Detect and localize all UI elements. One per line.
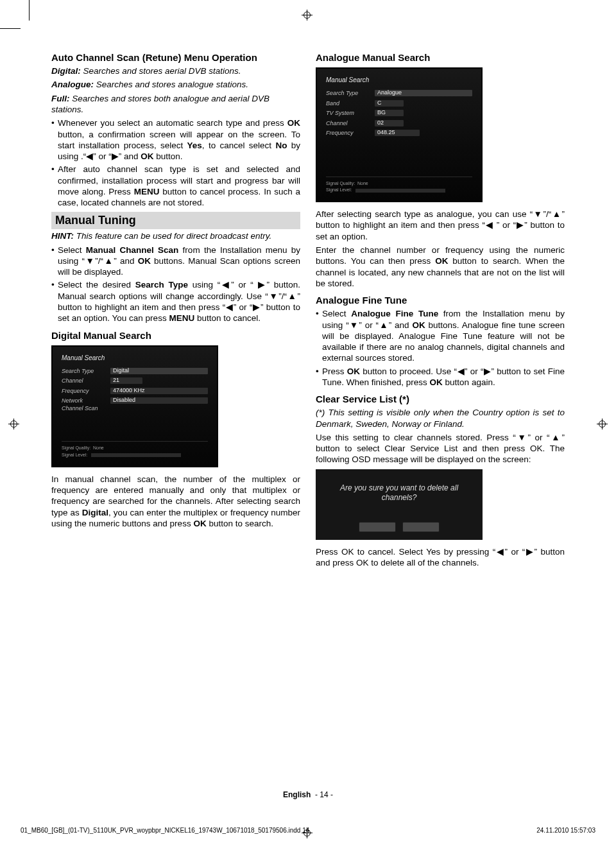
osd-digital-manual-search: Manual Search Search TypeDigital Channel… [51,345,218,467]
auto-bullet-2: After auto channel scan type is set and … [51,164,300,208]
left-arrow-icon: ◀ [225,302,233,312]
registration-mark-top [302,10,312,21]
up-arrow-icon: ▲ [550,433,562,442]
confirm-button-1 [359,522,396,532]
left-arrow-icon: ◀ [485,220,493,230]
manual-bullet-2: Select the desired Search Type using “◀”… [51,279,300,324]
heading-clear-service: Clear Service List (*) [316,393,565,405]
down-arrow-icon: ▼ [268,291,278,301]
left-column: Auto Channel Scan (Retune) Menu Operatio… [51,51,300,777]
heading-analogue-manual: Analogue Manual Search [316,51,565,64]
heading-auto-scan: Auto Channel Scan (Retune) Menu Operatio… [51,51,300,64]
timestamp: 24.11.2010 15:57:03 [536,827,595,834]
section-bar-manual-tuning: Manual Tuning [51,212,300,229]
finetune-bullet-1: Select Analogue Fine Tune from the Insta… [316,308,565,363]
registration-mark-left [8,419,19,429]
indesign-footer: 01_MB60_[GB]_(01-TV)_5110UK_PVR_woypbpr_… [21,827,595,834]
right-arrow-icon: ▶ [484,367,492,376]
page-footer: English - 14 - [0,790,616,799]
osd-analogue-manual-search: Manual Search Search TypeAnalogue BandC … [316,67,483,202]
up-arrow-icon: ▲ [551,209,561,219]
digital-desc: Digital: Searches and stores aerial DVB … [51,65,300,76]
file-name: 01_MB60_[GB]_(01-TV)_5110UK_PVR_woypbpr_… [21,827,309,834]
left-arrow-icon: ◀ [495,547,504,557]
up-arrow-icon: ▲ [287,291,297,301]
heading-digital-manual: Digital Manual Search [51,329,300,342]
manual-bullet-1: Select Manual Channel Scan from the Inst… [51,245,300,278]
clear-service-note: (*) This setting is visible only when th… [316,407,565,429]
down-arrow-icon: ▼ [533,209,543,219]
full-desc: Full: Searches and stores both analogue … [51,93,300,116]
left-arrow-icon: ◀ [220,280,231,290]
crop-mark [0,28,21,29]
clear-service-desc: Use this setting to clear channels store… [316,432,565,465]
osd-confirm-delete: Are you sure you want to delete all chan… [316,469,483,540]
up-arrow-icon: ▲ [379,320,389,330]
down-arrow-icon: ▼ [85,256,95,266]
registration-mark-right [597,419,608,429]
left-arrow-icon: ◀ [86,151,93,161]
down-arrow-icon: ▼ [516,433,528,442]
right-column: Analogue Manual Search Manual Search Sea… [316,51,565,777]
analogue-desc-2: Enter the channel number or frequency us… [316,245,565,289]
heading-fine-tune: Analogue Fine Tune [316,294,565,306]
hint: HINT: This feature can be used for direc… [51,230,300,241]
crop-mark [29,0,30,21]
right-arrow-icon: ▶ [253,302,261,312]
confirm-button-2 [402,522,440,532]
analogue-desc: Analogue: Searches and stores analogue s… [51,79,300,90]
down-arrow-icon: ▼ [349,320,359,330]
auto-bullet-1: Whenever you select an automatic search … [51,117,300,162]
digital-manual-desc: In manual channel scan, the number of th… [51,474,300,529]
clear-service-desc-2: Press OK to cancel. Select Yes by pressi… [316,546,565,569]
left-arrow-icon: ◀ [457,367,465,376]
right-arrow-icon: ▶ [516,220,524,230]
right-arrow-icon: ▶ [525,547,534,557]
up-arrow-icon: ▲ [103,256,114,266]
right-arrow-icon: ▶ [112,151,119,161]
page-content: Auto Channel Scan (Retune) Menu Operatio… [51,51,565,777]
analogue-desc-1: After selecting search type as analogue,… [316,209,565,242]
finetune-bullet-2: Press OK button to proceed. Use “◀” or “… [316,366,565,388]
right-arrow-icon: ▶ [258,280,267,290]
